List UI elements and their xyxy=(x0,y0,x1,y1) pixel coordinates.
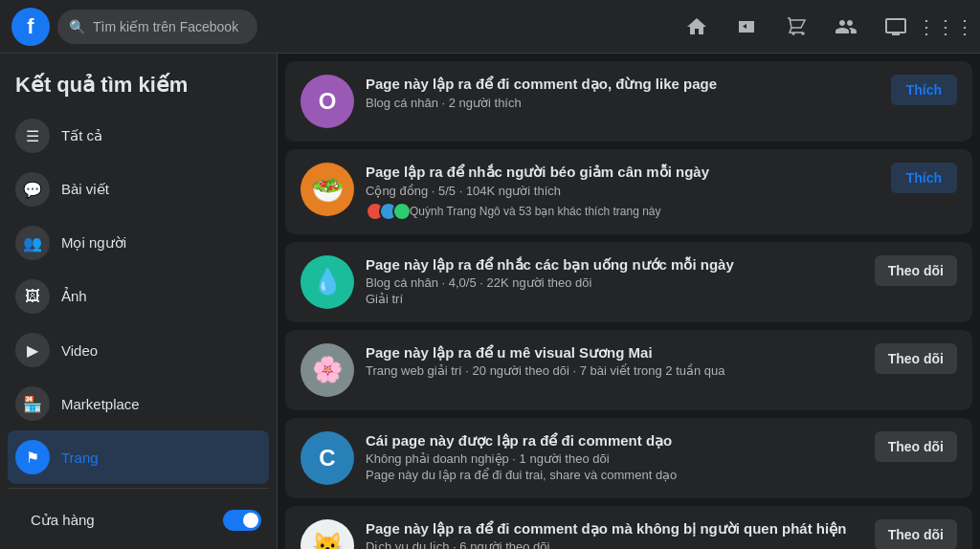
result-info-4: Page này lập ra để u mê visual Sương Mai… xyxy=(366,343,863,379)
result-meta3-2: Giải trí xyxy=(366,292,863,306)
nav-icons: ⋮⋮⋮ xyxy=(674,4,969,50)
result-info-2: Page lập ra để nhắc người béo giảm cân m… xyxy=(366,163,880,221)
group-nav-icon[interactable] xyxy=(823,4,869,50)
sidebar-item-video[interactable]: ▶ Video xyxy=(8,323,269,377)
like-button-2[interactable]: Thích xyxy=(891,163,957,193)
results-content: O Page này lập ra để đi comment dạo, đừn… xyxy=(278,54,980,549)
sidebar-item-pages[interactable]: ⚑ Trang xyxy=(8,430,269,484)
result-meta-4: Trang web giải trí · 20 người theo dõi ·… xyxy=(366,363,863,378)
pages-icon: ⚑ xyxy=(15,440,50,474)
fb-logo[interactable]: f xyxy=(11,8,50,46)
shop-nav-icon[interactable] xyxy=(773,4,819,50)
result-info-6: Page này lập ra để đi comment dạo mà khô… xyxy=(366,519,863,550)
apps-nav-icon[interactable]: ⋮⋮⋮ xyxy=(923,4,969,50)
result-meta5-2: Page này du lập ra để đi đui trai, share… xyxy=(366,468,863,482)
result-action-1: Thích xyxy=(891,75,957,105)
result-card-4: 🌸 Page này lập ra để u mê visual Sương M… xyxy=(285,330,972,410)
sidebar-item-label-all: Tất cả xyxy=(61,127,102,144)
friend-avatars-2 xyxy=(366,202,406,221)
search-bar[interactable]: 🔍 xyxy=(57,10,257,44)
result-action-2: Thích xyxy=(891,163,957,193)
sub-item-label-store: Cửa hàng xyxy=(31,512,95,529)
topnav: f 🔍 ⋮⋮⋮ xyxy=(0,0,980,54)
sub-item-location[interactable]: Vị trí ▼ xyxy=(23,540,269,549)
result-card-5: C Cái page này được lập ra để đi comment… xyxy=(285,418,972,498)
sidebar-item-label-video: Video xyxy=(61,342,98,359)
result-name-3: Page này lập ra để nhắc các bạn uống nướ… xyxy=(366,255,863,274)
photos-icon: 🖼 xyxy=(15,279,50,314)
sidebar-item-label-marketplace: Marketplace xyxy=(61,396,140,412)
sidebar-item-posts[interactable]: 💬 Bài viết xyxy=(8,163,269,216)
sidebar: Kết quả tìm kiếm ☰ Tất cả 💬 Bài viết 👥 M… xyxy=(0,54,278,549)
follow-button-3[interactable]: Theo dõi xyxy=(875,255,957,286)
sidebar-item-all[interactable]: ☰ Tất cả xyxy=(8,109,269,163)
people-icon: 👥 xyxy=(15,226,50,260)
result-meta-2: Cộng đồng · 5/5 · 104K người thích xyxy=(366,184,880,198)
result-meta-6: Dịch vụ du lịch · 6 người theo dõi xyxy=(366,539,863,549)
result-action-4: Theo dõi xyxy=(875,343,957,374)
result-info-5: Cái page này được lập ra để đi comment d… xyxy=(366,431,863,483)
sidebar-item-label-people: Mọi người xyxy=(61,234,126,252)
result-avatar-2: 🥗 xyxy=(301,163,354,216)
store-toggle[interactable] xyxy=(223,510,261,531)
follow-button-5[interactable]: Theo dõi xyxy=(875,431,957,462)
divider xyxy=(8,488,269,489)
result-name-6: Page này lập ra để đi comment dạo mà khô… xyxy=(366,519,863,538)
sub-item-store[interactable]: Cửa hàng xyxy=(23,500,269,540)
result-avatar-6: 😺 xyxy=(301,519,354,550)
result-avatar-1: O xyxy=(301,75,354,128)
result-action-6: Theo dõi xyxy=(875,519,957,550)
search-icon: 🔍 xyxy=(69,19,85,34)
result-meta-5: Không phải doanh nghiệp · 1 người theo d… xyxy=(366,451,863,466)
sub-section: Cửa hàng Vị trí ▼ Đã xác minh Hạng mục ▼ xyxy=(8,493,269,549)
result-meta-3: Blog cá nhân · 4,0/5 · 22K người theo dõ… xyxy=(366,275,863,290)
grid-icon: ⋮⋮⋮ xyxy=(917,15,974,38)
result-friends-2: Quỳnh Trang Ngô và 53 bạn khác thích tra… xyxy=(366,202,880,221)
sidebar-item-label-pages: Trang xyxy=(61,450,99,466)
result-avatar-5: C xyxy=(301,431,354,485)
result-action-3: Theo dõi xyxy=(875,255,957,286)
home-nav-icon[interactable] xyxy=(674,4,720,50)
friend-av-c xyxy=(392,202,412,221)
result-card-6: 😺 Page này lập ra để đi comment dạo mà k… xyxy=(285,506,972,550)
all-icon: ☰ xyxy=(15,119,50,153)
result-info-3: Page này lập ra để nhắc các bạn uống nướ… xyxy=(366,255,863,307)
result-meta-1: Blog cá nhân · 2 người thích xyxy=(366,96,880,110)
video-nav-icon[interactable] xyxy=(724,4,769,50)
result-card-3: 💧 Page này lập ra để nhắc các bạn uống n… xyxy=(285,242,972,322)
result-name-2: Page lập ra để nhắc người béo giảm cân m… xyxy=(366,163,880,182)
main-content: Kết quả tìm kiếm ☰ Tất cả 💬 Bài viết 👥 M… xyxy=(0,54,980,549)
friends-text-2: Quỳnh Trang Ngô và 53 bạn khác thích tra… xyxy=(410,205,661,218)
posts-icon: 💬 xyxy=(15,172,50,207)
result-info-1: Page này lập ra để đi comment dạo, đừng … xyxy=(366,75,880,110)
result-name-1: Page này lập ra để đi comment dạo, đừng … xyxy=(366,75,880,94)
sidebar-title: Kết quả tìm kiếm xyxy=(8,65,269,109)
search-input[interactable] xyxy=(93,19,246,34)
result-avatar-4: 🌸 xyxy=(301,343,354,397)
tv-nav-icon[interactable] xyxy=(873,4,919,50)
follow-button-4[interactable]: Theo dõi xyxy=(875,343,957,374)
result-name-5: Cái page này được lập ra để đi comment d… xyxy=(366,431,863,450)
result-card-2: 🥗 Page lập ra để nhắc người béo giảm cân… xyxy=(285,149,972,234)
video-icon: ▶ xyxy=(15,333,50,367)
sidebar-item-label-posts: Bài viết xyxy=(61,181,109,198)
result-action-5: Theo dõi xyxy=(875,431,957,462)
marketplace-icon: 🏪 xyxy=(15,386,50,421)
result-name-4: Page này lập ra để u mê visual Sương Mai xyxy=(366,343,863,362)
like-button-1[interactable]: Thích xyxy=(891,75,957,105)
sidebar-item-people[interactable]: 👥 Mọi người xyxy=(8,216,269,270)
result-card-1: O Page này lập ra để đi comment dạo, đừn… xyxy=(285,61,972,142)
sidebar-item-marketplace[interactable]: 🏪 Marketplace xyxy=(8,377,269,430)
sidebar-item-photos[interactable]: 🖼 Ảnh xyxy=(8,270,269,323)
follow-button-6[interactable]: Theo dõi xyxy=(875,519,957,550)
result-avatar-3: 💧 xyxy=(301,255,354,309)
sidebar-item-label-photos: Ảnh xyxy=(61,288,87,305)
